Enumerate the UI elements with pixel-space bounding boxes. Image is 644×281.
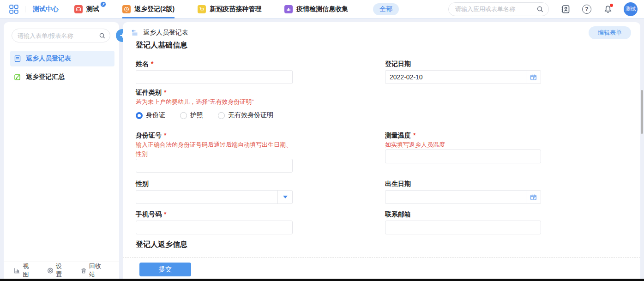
field-label: 姓名: [136, 59, 149, 68]
reg-date-value: 2022-02-10: [385, 71, 526, 84]
field-id-type: 证件类别 * 若为未上户的婴幼儿，选择“无有效身份证明” 身份证 护照 无有效身…: [136, 88, 640, 120]
temperature-input[interactable]: [385, 149, 541, 163]
radio-passport[interactable]: 护照: [180, 111, 203, 120]
name-input[interactable]: [136, 70, 293, 84]
field-helper-text: 若为未上户的婴幼儿，选择“无有效身份证明”: [136, 97, 640, 107]
field-name: 姓名 *: [136, 59, 293, 84]
sidebar-search-row: [4, 22, 119, 42]
field-temperature: 测量温度 * 如实填写返乡人员温度: [385, 131, 541, 173]
sidebar-footer: 视图 设置 回收站: [4, 262, 119, 279]
epidemic-app-icon: [284, 5, 293, 13]
radio-id-card[interactable]: 身份证: [136, 111, 165, 120]
field-label: 手机号码: [136, 209, 162, 219]
id-type-radio-group: 身份证 护照 无有效身份证明: [136, 110, 640, 120]
field-label: 登记日期: [385, 59, 411, 68]
settings-button[interactable]: 设置: [47, 262, 67, 279]
form-footer: 提交: [123, 257, 640, 279]
birth-date-value: [385, 191, 526, 203]
section-heading-return: 登记人返乡信息: [136, 239, 640, 250]
tab-label: 新冠疫苗接种管理: [210, 5, 261, 13]
radio-checked-icon: [136, 112, 143, 119]
all-apps-pill[interactable]: 全部: [373, 3, 399, 15]
calendar-icon[interactable]: [526, 71, 541, 84]
form-search-input[interactable]: [18, 32, 99, 39]
tab-test-app[interactable]: 测试: [74, 0, 99, 18]
radio-label: 护照: [190, 111, 203, 120]
gender-value: [136, 191, 277, 203]
radio-label: 身份证: [146, 111, 165, 120]
phone-input[interactable]: [136, 221, 293, 234]
test-app-icon: [74, 5, 83, 13]
main-panel: 返乡人员登记表 编辑表单 登记人基础信息 姓名 * 登记日期 2022-02-1…: [123, 22, 640, 279]
field-helper-text: 输入正确合法的身份证号码后通过后端自动填写出生日期、性别: [136, 140, 293, 159]
field-label: 证件类别: [136, 88, 162, 97]
vaccine-app-icon: [198, 5, 206, 13]
chevron-down-icon[interactable]: [277, 191, 292, 203]
tab-epidemic-info-collection[interactable]: 疫情检测信息收集: [284, 0, 348, 18]
required-asterisk: *: [164, 209, 166, 219]
submit-button[interactable]: 提交: [139, 263, 191, 276]
field-reg-date: 登记日期 2022-02-10: [385, 59, 541, 84]
sidebar-item-label: 返乡登记汇总: [26, 73, 65, 81]
required-asterisk: *: [164, 131, 166, 140]
tab-label: 返乡登记(2版): [134, 5, 175, 13]
vertical-scrollbar[interactable]: [641, 90, 643, 134]
app-search[interactable]: [448, 2, 549, 16]
tab-return-registration[interactable]: 返乡登记(2版): [122, 0, 175, 18]
settings-label: 设置: [56, 262, 67, 279]
recycle-label: 回收站: [89, 262, 106, 279]
field-label: 联系邮箱: [385, 209, 411, 219]
calendar-icon[interactable]: [526, 191, 541, 203]
apps-grid-icon[interactable]: [9, 5, 18, 14]
gear-icon: [47, 267, 54, 274]
search-icon: [99, 32, 106, 39]
gender-select[interactable]: [136, 190, 293, 204]
page-title: 返乡人员登记表: [143, 29, 188, 37]
edit-form-button[interactable]: 编辑表单: [589, 26, 631, 39]
field-id-number: 身份证号 * 输入正确合法的身份证号码后通过后端自动填写出生日期、性别: [136, 131, 293, 173]
help-icon[interactable]: ?: [582, 5, 591, 14]
user-avatar[interactable]: 测试: [624, 2, 638, 16]
sidebar-item-return-form[interactable]: 返乡人员登记表: [10, 51, 114, 66]
tab-label: 测试: [86, 5, 99, 13]
field-email: 联系邮箱: [385, 209, 541, 234]
collapse-sidebar-icon[interactable]: [131, 29, 138, 36]
email-input[interactable]: [385, 221, 541, 234]
notifications-icon[interactable]: [603, 5, 613, 14]
field-phone: 手机号码 *: [136, 209, 293, 234]
form-body: 登记人基础信息 姓名 * 登记日期 2022-02-10: [123, 39, 640, 257]
sidebar-form-list: 返乡人员登记表 返乡登记汇总: [4, 51, 119, 262]
field-label: 身份证号: [136, 131, 162, 140]
app-search-input[interactable]: [455, 6, 536, 12]
trash-icon: [80, 267, 87, 274]
bar-chart-icon: [14, 267, 20, 274]
form-search[interactable]: [12, 29, 110, 42]
topbar: 测试中心 测试 返乡登记(2版): [0, 0, 644, 18]
required-asterisk: *: [413, 131, 415, 140]
tab-vaccine-management[interactable]: 新冠疫苗接种管理: [198, 0, 261, 18]
recycle-bin-button[interactable]: 回收站: [80, 262, 106, 279]
pin-badge-icon: [100, 1, 106, 7]
form-header: 返乡人员登记表 编辑表单: [123, 22, 640, 39]
sidebar: 返乡人员登记表 返乡登记汇总 视图 设置: [4, 22, 119, 279]
search-icon: [536, 6, 544, 13]
topbar-divider: [25, 6, 25, 12]
reg-date-picker[interactable]: 2022-02-10: [385, 70, 541, 84]
id-number-input[interactable]: [136, 159, 293, 173]
views-button[interactable]: 视图: [14, 262, 34, 279]
field-gender: 性别: [136, 179, 293, 204]
field-helper-text: 如实填写返乡人员温度: [385, 140, 541, 149]
help-glyph: ?: [582, 5, 591, 14]
sidebar-item-return-summary[interactable]: 返乡登记汇总: [10, 69, 114, 85]
topbar-right-group: ? 测试: [448, 2, 644, 16]
return-registration-app-icon: [122, 5, 131, 13]
radio-no-valid-id[interactable]: 无有效身份证明: [218, 111, 273, 120]
workspace-title[interactable]: 测试中心: [33, 5, 59, 13]
birth-date-picker[interactable]: [385, 190, 541, 204]
summary-report-icon: [14, 73, 21, 81]
notification-badge: [610, 4, 613, 7]
app-tabs: 测试 返乡登记(2版) 新冠疫苗接种管理: [74, 0, 371, 18]
sidebar-item-label: 返乡人员登记表: [26, 54, 71, 63]
tab-label: 疫情检测信息收集: [296, 5, 348, 13]
contacts-icon[interactable]: [561, 5, 570, 14]
